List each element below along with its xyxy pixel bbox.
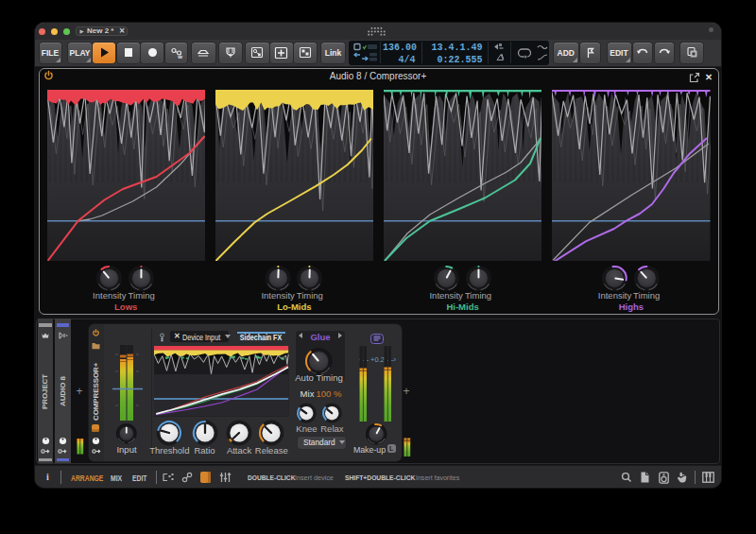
svg-text:w: w <box>177 54 182 60</box>
